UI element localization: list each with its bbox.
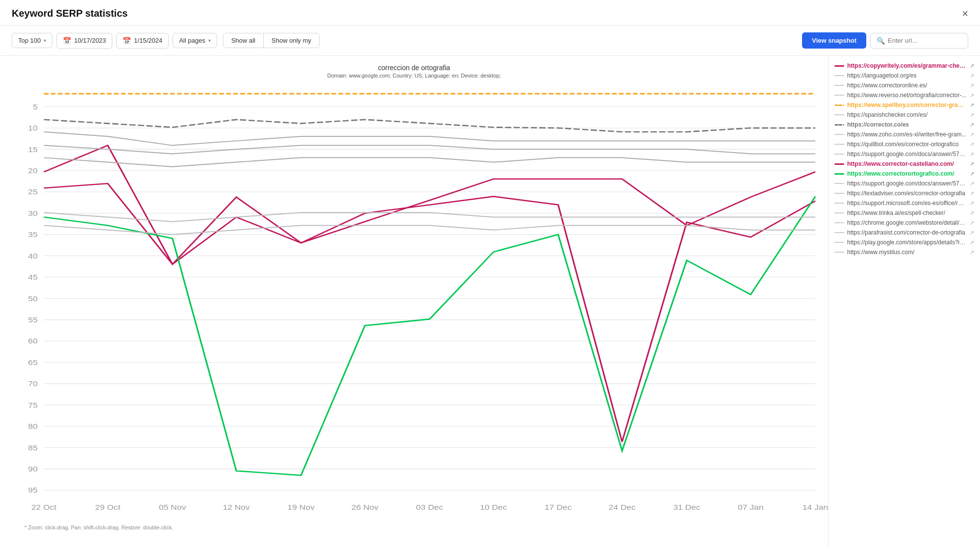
legend-item[interactable]: https://www.spellboy.com/corrector-grama… [834, 100, 974, 110]
legend-item[interactable]: https://www.corrector-castellano.com/↗ [834, 159, 974, 169]
legend-url: https://www.mystilus.com/ [847, 249, 967, 256]
date-start-picker[interactable]: 📅 10/17/2023 [56, 33, 112, 49]
chart-title: correccion de ortografia [5, 64, 823, 72]
legend-item[interactable]: https://support.google.com/docs/answer/5… [834, 149, 974, 159]
legend-url: https://support.google.com/docs/answer/5… [847, 151, 967, 157]
legend-color-indicator [834, 85, 844, 86]
svg-text:10 Dec: 10 Dec [480, 503, 507, 511]
legend-item[interactable]: https://www.trinka.ai/es/spell-checker/↗ [834, 208, 974, 218]
external-link-icon[interactable]: ↗ [970, 220, 974, 226]
legend-item[interactable]: https://copywritely.com/es/grammar-check… [834, 61, 974, 71]
svg-text:26 Nov: 26 Nov [352, 503, 378, 511]
svg-text:25: 25 [28, 188, 38, 196]
toolbar: Top 100 ▾ 📅 10/17/2023 📅 1/15/2024 All p… [0, 26, 980, 56]
legend-item[interactable]: https://www.correctoronline.es/↗ [834, 80, 974, 90]
legend-url: https://www.correctorortografico.com/ [847, 170, 967, 177]
legend-item[interactable]: https://chrome.google.com/webstore/detai… [834, 218, 974, 228]
legend-url: https://corrector.co/es [847, 121, 967, 128]
reverso-line [44, 157, 815, 166]
external-link-icon[interactable]: ↗ [970, 210, 974, 216]
legend-url: https://www.reverso.net/ortografia/corre… [847, 92, 967, 99]
legend-item[interactable]: https://textadviser.com/es/corrector-ort… [834, 188, 974, 198]
svg-text:85: 85 [28, 444, 38, 451]
legend-url: https://support.microsoft.com/es-es/offi… [847, 200, 967, 207]
date-end-picker[interactable]: 📅 1/15/2024 [116, 33, 169, 49]
page-header: Keyword SERP statistics × [0, 0, 980, 26]
svg-text:15: 15 [28, 145, 38, 153]
legend-item[interactable]: https://quillbot.com/es/corrector-ortogr… [834, 139, 974, 149]
external-link-icon[interactable]: ↗ [970, 92, 974, 99]
svg-text:24 Dec: 24 Dec [608, 503, 635, 511]
page-title: Keyword SERP statistics [12, 8, 127, 19]
legend-item[interactable]: https://support.microsoft.com/es-es/offi… [834, 198, 974, 208]
legend-url: https://play.google.com/store/apps/detai… [847, 239, 967, 246]
show-all-button[interactable]: Show all [224, 33, 263, 48]
chart-grid: 5 10 15 20 25 30 35 40 45 [28, 103, 815, 494]
external-link-icon[interactable]: ↗ [970, 171, 974, 177]
external-link-icon[interactable]: ↗ [970, 122, 974, 128]
legend-color-indicator [834, 242, 844, 243]
external-link-icon[interactable]: ↗ [970, 73, 974, 79]
legend-item[interactable]: https://languagetool.org/es↗ [834, 71, 974, 80]
legend-color-indicator [834, 193, 844, 194]
legend-color-indicator [834, 232, 844, 233]
external-link-icon[interactable]: ↗ [970, 190, 974, 197]
show-only-button[interactable]: Show only my [263, 33, 319, 48]
legend-color-indicator [834, 75, 844, 76]
legend-color-indicator [834, 65, 844, 67]
legend-color-indicator [834, 203, 844, 204]
main-content: correccion de ortografia Domain: www.goo… [0, 56, 980, 547]
legend-item[interactable]: https://spanishchecker.com/es/↗ [834, 110, 974, 120]
external-link-icon[interactable]: ↗ [970, 102, 974, 108]
legend-item[interactable]: https://www.zoho.com/es-xl/writer/free-g… [834, 130, 974, 139]
svg-text:14 Jan: 14 Jan [803, 503, 828, 511]
external-link-icon[interactable]: ↗ [970, 161, 974, 167]
external-link-icon[interactable]: ↗ [970, 131, 974, 138]
top100-dropdown[interactable]: Top 100 ▾ [12, 33, 52, 48]
legend-color-indicator [834, 95, 844, 96]
legend-color-indicator [834, 105, 844, 106]
legend-color-indicator [834, 163, 844, 165]
svg-text:40: 40 [28, 252, 38, 260]
svg-text:19 Nov: 19 Nov [287, 503, 314, 511]
chart-container[interactable]: 5 10 15 20 25 30 35 40 45 [5, 83, 823, 523]
legend-color-indicator [834, 173, 844, 175]
correctorortografico-line [44, 196, 815, 475]
external-link-icon[interactable]: ↗ [970, 63, 974, 69]
external-link-icon[interactable]: ↗ [970, 239, 974, 246]
svg-text:10: 10 [28, 124, 38, 132]
legend-item[interactable]: https://parafrasist.com/corrector-de-ort… [834, 228, 974, 237]
legend-item[interactable]: https://www.mystilus.com/↗ [834, 247, 974, 257]
external-link-icon[interactable]: ↗ [970, 112, 974, 118]
close-button[interactable]: × [962, 8, 968, 19]
svg-text:05 Nov: 05 Nov [159, 503, 186, 511]
external-link-icon[interactable]: ↗ [970, 82, 974, 89]
external-link-icon[interactable]: ↗ [970, 200, 974, 207]
external-link-icon[interactable]: ↗ [970, 151, 974, 157]
legend-item[interactable]: https://corrector.co/es↗ [834, 120, 974, 130]
svg-text:75: 75 [28, 401, 38, 409]
corrector-co-line [44, 120, 815, 132]
chart-area: correccion de ortografia Domain: www.goo… [0, 56, 828, 547]
url-search-input[interactable] [888, 37, 962, 44]
legend-url: https://www.spellboy.com/corrector-grama… [847, 102, 967, 108]
legend-item[interactable]: https://www.correctorortografico.com/↗ [834, 169, 974, 179]
legend-item[interactable]: https://play.google.com/store/apps/detai… [834, 237, 974, 247]
chart-x-labels: 22 Oct 29 Oct 05 Nov 12 Nov 19 Nov 26 No… [31, 503, 828, 511]
search-icon: 🔍 [877, 37, 885, 45]
view-snapshot-button[interactable]: View snapshot [802, 32, 866, 49]
legend-item[interactable]: https://www.reverso.net/ortografia/corre… [834, 90, 974, 100]
legend-item[interactable]: https://support.google.com/docs/answer/5… [834, 179, 974, 188]
legend-url: https://languagetool.org/es [847, 72, 967, 79]
chevron-down-icon: ▾ [44, 38, 46, 43]
all-pages-dropdown[interactable]: All pages ▾ [173, 33, 217, 48]
serp-chart[interactable]: 5 10 15 20 25 30 35 40 45 [5, 83, 823, 523]
external-link-icon[interactable]: ↗ [970, 141, 974, 148]
legend-url: https://parafrasist.com/corrector-de-ort… [847, 229, 967, 236]
external-link-icon[interactable]: ↗ [970, 181, 974, 187]
external-link-icon[interactable]: ↗ [970, 249, 974, 256]
external-link-icon[interactable]: ↗ [970, 230, 974, 236]
svg-text:31 Dec: 31 Dec [673, 503, 700, 511]
legend-url: https://quillbot.com/es/corrector-ortogr… [847, 141, 967, 148]
show-toggle-group: Show all Show only my [223, 33, 320, 48]
